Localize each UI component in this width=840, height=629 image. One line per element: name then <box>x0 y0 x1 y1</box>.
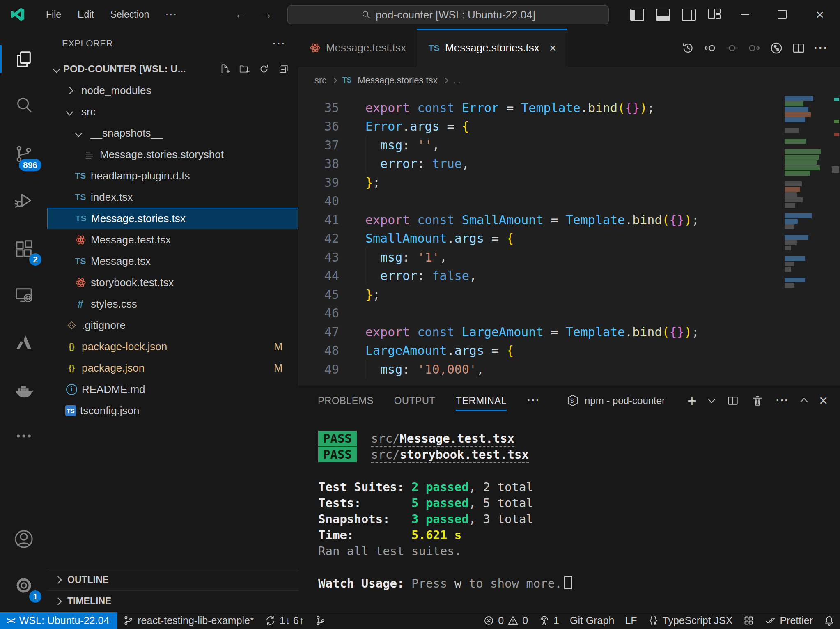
next-change-icon[interactable] <box>747 41 761 55</box>
ports-status[interactable]: 1 <box>533 612 565 629</box>
git-graph-status-icon[interactable] <box>310 612 331 629</box>
terminal-process[interactable]: $ npm - pod-counter <box>567 394 665 407</box>
remote-indicator[interactable]: >< WSL: Ubuntu-22.04 <box>0 612 117 629</box>
tree-item[interactable]: src <box>47 101 298 122</box>
code-editor[interactable]: 3435export const Error = Template.bind({… <box>298 94 840 385</box>
panel-tab-terminal[interactable]: TERMINAL <box>456 385 507 416</box>
terminal-file-link[interactable]: Message.test.tsx <box>400 432 514 447</box>
tree-item[interactable]: TStsconfig.json <box>47 400 298 421</box>
new-folder-icon[interactable] <box>239 64 250 74</box>
sidebar-section-outline[interactable]: OUTLINE <box>47 569 298 590</box>
minimize-button[interactable] <box>732 0 758 29</box>
activity-accounts[interactable] <box>0 519 47 559</box>
activity-extensions[interactable]: 2 <box>0 229 47 268</box>
activity-explorer[interactable] <box>0 39 47 79</box>
minimap-line <box>785 139 806 144</box>
panel-views-more-icon[interactable]: ··· <box>527 394 540 407</box>
minimap[interactable] <box>782 94 831 293</box>
explorer-more-actions[interactable]: ··· <box>273 37 286 50</box>
editor-scrollbar-thumb[interactable] <box>832 166 839 173</box>
command-center-search[interactable]: pod-counter [WSL: Ubuntu-22.04] <box>287 5 609 24</box>
code-text: msg: '10,000', <box>339 362 484 376</box>
terminal-file-link[interactable]: src/ <box>371 448 400 463</box>
language-mode[interactable]: TypeScript JSX <box>643 612 738 629</box>
title-bar: FileEditSelection··· ← → pod-counter [WS… <box>0 0 840 29</box>
breadcrumb-symbol[interactable]: ... <box>453 75 461 86</box>
tree-item-label: package.json <box>82 362 145 374</box>
panel-tab-output[interactable]: OUTPUT <box>394 385 435 416</box>
maximize-button[interactable] <box>769 0 795 29</box>
eol-indicator[interactable]: LF <box>620 612 642 629</box>
editor-tab[interactable]: TSMessage.stories.tsx× <box>417 29 567 67</box>
activity-source-control[interactable]: 896 <box>0 134 47 174</box>
panel-more-actions-icon[interactable]: ··· <box>776 394 789 407</box>
activity-docker[interactable] <box>0 371 47 410</box>
editor-tab[interactable]: Message.test.tsx <box>298 29 417 67</box>
activity-azure[interactable] <box>0 323 47 362</box>
panel-tab-problems[interactable]: PROBLEMS <box>318 385 374 416</box>
breadcrumb-file[interactable]: Message.stories.tsx <box>358 75 437 86</box>
sidebar-section-timeline[interactable]: TIMELINE <box>47 590 298 612</box>
tree-item[interactable]: TSheadlamp-plugin.d.ts <box>47 165 298 186</box>
close-tab-icon[interactable]: × <box>549 41 557 55</box>
close-panel-icon[interactable]: × <box>819 392 828 409</box>
formatter-status[interactable]: Prettier <box>760 612 818 629</box>
menu-item-3[interactable]: ··· <box>157 9 186 20</box>
kill-terminal-icon[interactable] <box>751 395 764 407</box>
git-graph-button[interactable]: Git Graph <box>565 612 620 629</box>
refresh-icon[interactable] <box>259 64 269 74</box>
toggle-panel-icon[interactable] <box>656 9 670 21</box>
extension-status-icon[interactable] <box>738 612 760 629</box>
git-sync-status[interactable]: 1↓ 6↑ <box>259 612 310 629</box>
terminal-file-link[interactable]: src/ <box>371 432 400 447</box>
toggle-sidebar-icon[interactable] <box>630 9 644 21</box>
tree-item[interactable]: node_modules <box>47 80 298 101</box>
navigate-forward-button[interactable]: → <box>257 0 276 29</box>
tree-item[interactable]: storybook.test.tsx <box>47 272 298 293</box>
menu-item-2[interactable]: Selection <box>102 9 158 20</box>
toggle-secondary-sidebar-icon[interactable] <box>682 9 696 21</box>
terminal-output[interactable]: PASS src/Message.test.tsxPASS src/storyb… <box>298 416 840 592</box>
activity-remote-explorer[interactable] <box>0 275 47 315</box>
activity-more[interactable] <box>0 416 47 456</box>
project-root-row[interactable]: POD-COUNTER [WSL: U... <box>47 58 298 80</box>
tree-item[interactable]: #styles.css <box>47 293 298 314</box>
git-branch-status[interactable]: react-testing-lib-example* <box>117 612 259 629</box>
split-editor-icon[interactable] <box>792 41 806 55</box>
activity-run-debug[interactable] <box>0 181 47 220</box>
terminal-file-link[interactable]: storybook.test.tsx <box>400 448 529 463</box>
tree-item[interactable]: {}package-lock.jsonM <box>47 336 298 357</box>
collapse-folders-icon[interactable] <box>278 64 289 74</box>
new-file-icon[interactable] <box>219 64 230 74</box>
menu-item-0[interactable]: File <box>38 9 69 20</box>
editor-more-actions-icon[interactable]: ··· <box>814 41 829 55</box>
tree-item[interactable]: __snapshots__ <box>47 122 298 144</box>
current-change-icon[interactable] <box>725 41 739 55</box>
tree-item[interactable]: Message.test.tsx <box>47 229 298 250</box>
timeline-history-icon[interactable] <box>681 41 695 55</box>
problems-status[interactable]: 0 0 <box>478 612 533 629</box>
tree-item[interactable]: iREADME.md <box>47 379 298 400</box>
tree-item[interactable]: {}package.jsonM <box>47 357 298 379</box>
notifications-bell[interactable] <box>818 612 840 629</box>
new-terminal-icon[interactable]: + <box>687 395 697 407</box>
maximize-panel-icon[interactable] <box>800 398 808 405</box>
tree-item[interactable]: TSindex.tsx <box>47 186 298 208</box>
navigate-back-button[interactable]: ← <box>231 0 250 29</box>
split-terminal-icon[interactable] <box>727 395 739 407</box>
tree-item[interactable]: .gitignore <box>47 314 298 336</box>
customize-layout-icon[interactable] <box>708 9 721 19</box>
tree-item[interactable]: TSMessage.tsx <box>47 250 298 272</box>
tree-item[interactable]: TSMessage.stories.tsx <box>47 208 298 229</box>
code-line: 37 msg: '', <box>298 136 782 155</box>
minimap-line <box>785 160 817 165</box>
terminal-dropdown-icon[interactable] <box>708 395 715 403</box>
git-graph-view-icon[interactable] <box>769 41 783 55</box>
tree-item[interactable]: Message.stories.storyshot <box>47 144 298 165</box>
previous-change-icon[interactable] <box>703 41 717 55</box>
activity-search[interactable] <box>0 85 47 125</box>
menu-item-1[interactable]: Edit <box>69 9 102 20</box>
activity-settings[interactable]: 1 <box>0 566 47 605</box>
close-button[interactable]: × <box>807 0 833 29</box>
breadcrumb-folder[interactable]: src <box>314 75 326 86</box>
